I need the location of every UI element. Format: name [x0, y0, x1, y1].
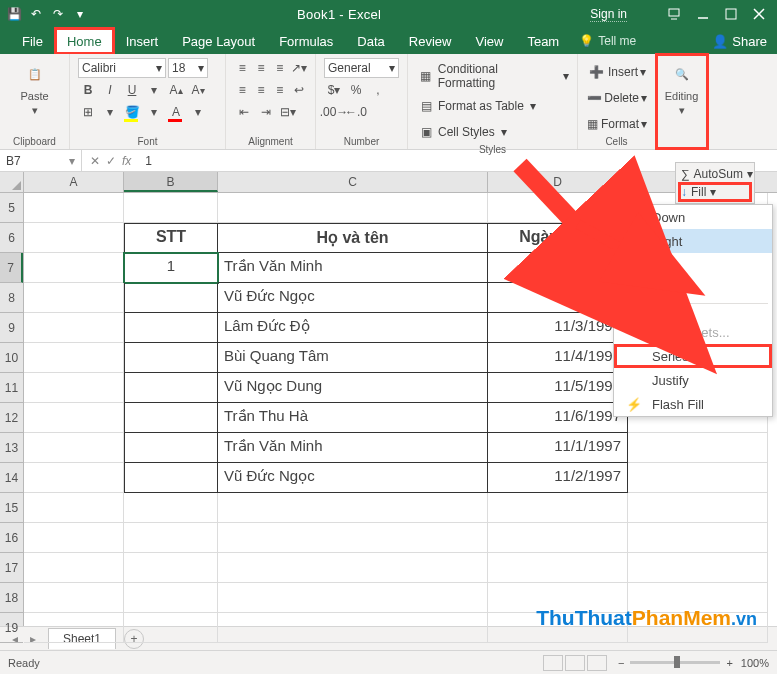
cell[interactable]: 1 — [124, 253, 218, 283]
cell[interactable]: Họ và tên — [218, 223, 488, 253]
cell[interactable] — [124, 613, 218, 643]
cell[interactable] — [24, 583, 124, 613]
cell[interactable]: Trần Văn Minh — [218, 433, 488, 463]
row-head-8[interactable]: 8 — [0, 283, 23, 313]
cell[interactable] — [488, 193, 628, 223]
cell[interactable] — [628, 523, 768, 553]
cell[interactable] — [124, 193, 218, 223]
minimize-icon[interactable] — [697, 8, 709, 20]
cell[interactable] — [488, 493, 628, 523]
tab-insert[interactable]: Insert — [114, 28, 171, 54]
cell[interactable] — [24, 373, 124, 403]
font-name-dropdown[interactable]: Calibri▾ — [78, 58, 166, 78]
redo-icon[interactable]: ↷ — [50, 6, 66, 22]
undo-icon[interactable]: ↶ — [28, 6, 44, 22]
increase-decimal-button[interactable]: .00→ — [324, 102, 344, 122]
cell[interactable]: 11/2/1997 — [488, 463, 628, 493]
col-head-a[interactable]: A — [24, 172, 124, 192]
tab-review[interactable]: Review — [397, 28, 464, 54]
qat-dropdown-icon[interactable]: ▾ — [72, 6, 88, 22]
increase-indent-button[interactable]: ⇥ — [256, 102, 276, 122]
row-head-12[interactable]: 12 — [0, 403, 23, 433]
cell[interactable] — [24, 313, 124, 343]
cell[interactable] — [24, 403, 124, 433]
cell[interactable] — [218, 613, 488, 643]
page-break-view-button[interactable] — [587, 655, 607, 671]
underline-button[interactable]: U — [122, 80, 142, 100]
sign-in-link[interactable]: Sign in — [590, 7, 627, 22]
cell[interactable]: Lâm Đức Độ — [218, 313, 488, 343]
cell[interactable] — [124, 313, 218, 343]
tab-team[interactable]: Team — [515, 28, 571, 54]
increase-font-button[interactable]: A▴ — [166, 80, 186, 100]
tab-page-layout[interactable]: Page Layout — [170, 28, 267, 54]
cell[interactable] — [24, 463, 124, 493]
tab-formulas[interactable]: Formulas — [267, 28, 345, 54]
cell[interactable] — [24, 283, 124, 313]
enter-fx-icon[interactable]: ✓ — [106, 154, 116, 168]
cell[interactable] — [24, 343, 124, 373]
cell[interactable]: 11/1/1997 — [488, 433, 628, 463]
flash-fill-item[interactable]: ⚡Flash Fill — [614, 392, 772, 416]
wrap-text-button[interactable]: ↩ — [290, 80, 307, 100]
format-cells-button[interactable]: ▦Format▾ — [586, 114, 647, 134]
cell[interactable] — [218, 523, 488, 553]
tab-home[interactable]: Home — [55, 28, 114, 54]
cell[interactable] — [24, 493, 124, 523]
cell[interactable]: Vũ Ngọc Dung — [218, 373, 488, 403]
cell[interactable]: 11/1/1997 — [488, 253, 628, 283]
cell[interactable] — [488, 613, 628, 643]
fill-up-item[interactable]: ↑Up — [614, 253, 772, 277]
cell[interactable] — [124, 583, 218, 613]
number-format-dropdown[interactable]: General▾ — [324, 58, 399, 78]
cell[interactable]: Trần Văn Minh — [218, 253, 488, 283]
cell[interactable]: 11/4/1997 — [488, 343, 628, 373]
cell[interactable] — [24, 253, 124, 283]
cell[interactable] — [628, 433, 768, 463]
fx-icon[interactable]: fx — [122, 154, 131, 168]
cancel-fx-icon[interactable]: ✕ — [90, 154, 100, 168]
cell[interactable] — [218, 493, 488, 523]
align-center-button[interactable]: ≡ — [253, 80, 270, 100]
cell[interactable]: Vũ Đức Ngọc — [218, 463, 488, 493]
row-head-11[interactable]: 11 — [0, 373, 23, 403]
decrease-indent-button[interactable]: ⇤ — [234, 102, 254, 122]
row-head-18[interactable]: 18 — [0, 583, 23, 613]
row-head-5[interactable]: 5 — [0, 193, 23, 223]
cell[interactable] — [124, 553, 218, 583]
row-head-10[interactable]: 10 — [0, 343, 23, 373]
row-head-19[interactable]: 19 — [0, 613, 23, 643]
font-size-dropdown[interactable]: 18▾ — [168, 58, 208, 78]
cell[interactable] — [218, 583, 488, 613]
accounting-button[interactable]: $▾ — [324, 80, 344, 100]
row-head-15[interactable]: 15 — [0, 493, 23, 523]
delete-cells-button[interactable]: ➖Delete▾ — [586, 88, 647, 108]
col-head-b[interactable]: B — [124, 172, 218, 192]
cell[interactable] — [124, 283, 218, 313]
format-as-table-button[interactable]: ▤Format as Table▾ — [416, 96, 569, 116]
cell[interactable] — [124, 403, 218, 433]
cell[interactable] — [218, 553, 488, 583]
cell[interactable] — [124, 493, 218, 523]
cell[interactable] — [24, 223, 124, 253]
fill-button[interactable]: ↓Fill▾ — [679, 183, 751, 201]
cell[interactable] — [24, 613, 124, 643]
cell[interactable] — [124, 523, 218, 553]
merge-button[interactable]: ⊟▾ — [278, 102, 298, 122]
cell[interactable] — [628, 463, 768, 493]
cell[interactable] — [24, 433, 124, 463]
decrease-decimal-button[interactable]: ←.0 — [346, 102, 366, 122]
name-box[interactable]: B7▾ — [0, 150, 82, 171]
zoom-out-button[interactable]: − — [618, 657, 624, 669]
cell[interactable] — [218, 193, 488, 223]
decrease-font-button[interactable]: A▾ — [188, 80, 208, 100]
cell[interactable] — [24, 553, 124, 583]
zoom-in-button[interactable]: + — [726, 657, 732, 669]
group-editing[interactable]: 🔍 Editing ▾ — [656, 54, 708, 149]
cell-styles-button[interactable]: ▣Cell Styles▾ — [416, 122, 569, 142]
ribbon-options-icon[interactable] — [667, 7, 681, 21]
font-color-button[interactable]: A — [166, 102, 186, 122]
cell[interactable]: 11/5/1997 — [488, 373, 628, 403]
tab-data[interactable]: Data — [345, 28, 396, 54]
align-middle-button[interactable]: ≡ — [253, 58, 270, 78]
